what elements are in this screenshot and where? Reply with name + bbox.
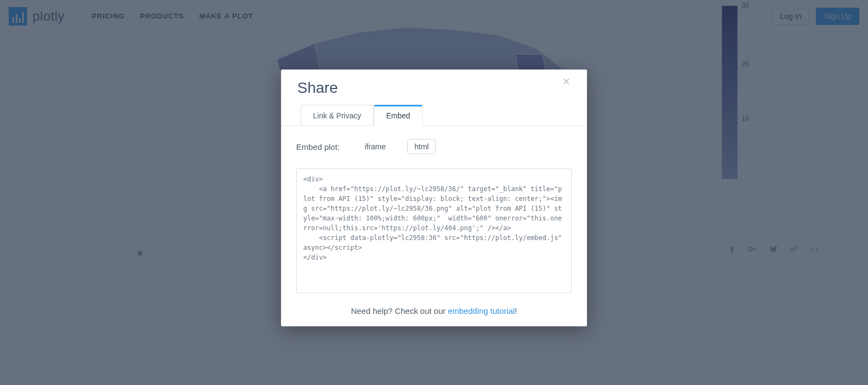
embed-code-textarea[interactable]: [296, 168, 572, 293]
share-modal: Share Link & Privacy Embed Embed plot: i…: [281, 70, 587, 326]
embedding-tutorial-link[interactable]: embedding tutorial: [448, 306, 514, 315]
help-text-suffix: !: [515, 306, 517, 315]
tab-link-privacy[interactable]: Link & Privacy: [301, 105, 374, 126]
modal-body: Embed plot: iframe html Need help? Check…: [281, 126, 587, 315]
close-icon[interactable]: [562, 77, 571, 88]
tab-embed[interactable]: Embed: [374, 105, 423, 126]
format-option-iframe[interactable]: iframe: [358, 140, 392, 154]
modal-title: Share: [297, 79, 338, 96]
modal-overlay[interactable]: Share Link & Privacy Embed Embed plot: i…: [0, 0, 868, 385]
format-option-html[interactable]: html: [407, 139, 436, 154]
help-row: Need help? Check out our embedding tutor…: [296, 306, 572, 315]
embed-plot-label: Embed plot:: [296, 142, 340, 152]
help-text-prefix: Need help? Check out our: [351, 306, 448, 315]
modal-tabs: Link & Privacy Embed: [281, 104, 587, 126]
